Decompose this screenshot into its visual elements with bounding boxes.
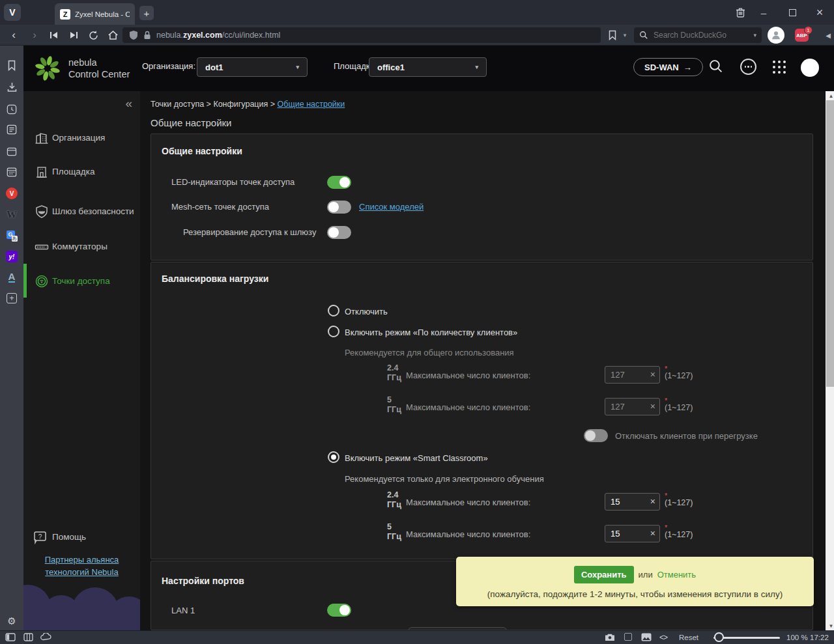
lan1-toggle[interactable]	[327, 604, 351, 617]
clear-input-icon[interactable]: ×	[650, 369, 655, 380]
close-button[interactable]: ×	[811, 5, 829, 20]
partners-link[interactable]: Партнеры альянсатехнологий Nebula	[23, 553, 140, 578]
by-client-count-radio-label[interactable]: Включить режим «По количеству клиентов»	[345, 328, 517, 337]
site-a-web-panel-button[interactable]: A	[5, 270, 19, 285]
page-scrollbar[interactable]: ▲ ▼	[826, 91, 834, 630]
search-input[interactable]	[652, 30, 749, 40]
capture-page-button[interactable]	[605, 633, 615, 641]
wait-note: (пожалуйста, подождите 1-2 минуты, чтобы…	[456, 589, 814, 599]
disable-radio[interactable]	[328, 305, 339, 316]
scroll-up-arrow[interactable]: ▲	[826, 91, 834, 100]
sidebar-item-switches[interactable]: Коммутаторы	[23, 238, 140, 255]
trash-closed-tabs-button[interactable]	[731, 5, 749, 20]
header-search-button[interactable]	[708, 59, 723, 74]
sidebar-collapse-button[interactable]: «	[125, 96, 132, 111]
nebula-logo-icon	[34, 55, 61, 82]
bookmark-button[interactable]	[604, 27, 621, 44]
back-button[interactable]: ‹	[5, 27, 22, 44]
gateway-failover-toggle[interactable]	[327, 226, 351, 239]
load-balancing-panel: Балансировка нагрузки Отключить Включить…	[151, 262, 813, 559]
search-engine-icon[interactable]	[639, 31, 648, 40]
sync-status-button[interactable]	[40, 633, 52, 641]
breadcrumb-general-settings-link[interactable]: Общие настройки	[278, 100, 345, 109]
led-indicators-toggle[interactable]	[327, 176, 351, 189]
image-icon	[641, 633, 652, 641]
sidebar-item-site[interactable]: Площадка	[23, 163, 140, 180]
more-options-button[interactable]	[740, 59, 756, 75]
reader-view-button[interactable]	[624, 633, 632, 641]
maximize-icon	[789, 9, 796, 16]
smart-classroom-radio[interactable]	[328, 451, 339, 463]
smart-classroom-radio-label[interactable]: Включить режим «Smart Classroom»	[345, 453, 488, 463]
sidebar-help[interactable]: ? Помощь	[23, 529, 140, 546]
sidebar-item-organization[interactable]: Организация	[23, 130, 140, 147]
breadcrumb-access-points[interactable]: Точки доступа	[151, 100, 204, 109]
disable-radio-label[interactable]: Отключить	[345, 307, 388, 316]
reload-button[interactable]	[85, 27, 102, 44]
mesh-network-toggle[interactable]	[327, 201, 351, 214]
home-button[interactable]	[104, 27, 121, 44]
url-field[interactable]: nebula.zyxel.com/cc/ui/index.html	[122, 27, 601, 43]
scrollbar-thumb[interactable]	[826, 100, 834, 387]
save-button[interactable]: Сохранить	[574, 566, 634, 583]
tab-zyxel-nebula[interactable]: Z Zyxel Nebula - Общие наст	[55, 3, 135, 25]
clear-input-icon[interactable]: ×	[650, 496, 655, 507]
max-clients-2-4-input[interactable]	[605, 367, 644, 383]
wikipedia-web-panel-button[interactable]: W	[5, 208, 19, 222]
downloads-panel-button[interactable]	[5, 80, 19, 94]
zoom-slider-knob[interactable]	[714, 632, 724, 642]
zoom-reset-button[interactable]: Reset	[679, 634, 698, 641]
model-list-link[interactable]: Список моделей	[359, 202, 424, 212]
scroll-down-arrow[interactable]: ▼	[826, 621, 834, 630]
disassociate-clients-toggle[interactable]	[584, 429, 608, 442]
search-dropdown-caret-icon[interactable]: ▾	[753, 32, 756, 38]
site-dropdown[interactable]: office1 ▾	[369, 57, 487, 77]
new-tab-button[interactable]: +	[139, 6, 154, 20]
forward-button[interactable]: ›	[26, 27, 43, 44]
settings-button[interactable]: ⚙	[5, 614, 19, 628]
bookmark-menu-caret[interactable]: ▾	[620, 27, 630, 44]
sdwan-button[interactable]: SD-WAN →	[633, 58, 703, 76]
user-avatar[interactable]	[801, 59, 819, 77]
apps-grid-button[interactable]	[773, 61, 786, 74]
breadcrumb-separator: >	[207, 100, 211, 109]
organization-dropdown[interactable]: dot1 ▾	[197, 57, 308, 77]
sidebar-item-security-gateway[interactable]: Шлюз безопасности	[23, 203, 140, 220]
max-clients-5-input[interactable]	[605, 399, 644, 415]
breadcrumb-configuration[interactable]: Конфигурация	[213, 100, 268, 109]
smart-max-clients-5-input[interactable]	[605, 525, 644, 542]
general-settings-panel: Общие настройки LED-индикаторы точек дос…	[151, 133, 813, 260]
translate-web-panel-button[interactable]: Gあ	[5, 229, 19, 243]
shield-icon	[34, 204, 50, 219]
sidebar-item-access-points[interactable]: Точки доступа	[23, 273, 140, 290]
smart-max-clients-2-4-input[interactable]	[605, 494, 644, 510]
vivaldi-web-panel-button[interactable]: V	[5, 186, 19, 201]
tiling-button[interactable]	[23, 633, 33, 641]
plus-icon: +	[7, 293, 17, 303]
history-panel-button[interactable]	[5, 102, 19, 117]
add-web-panel-button[interactable]: +	[5, 291, 19, 305]
bookmarks-panel-button[interactable]	[5, 58, 19, 72]
by-client-count-radio[interactable]	[328, 326, 339, 337]
yahoo-web-panel-button[interactable]: y!	[5, 249, 19, 264]
profile-button[interactable]	[768, 27, 784, 44]
by-client-count-hint: Рекомендуется для общего использования	[345, 348, 514, 357]
page-images-button[interactable]	[641, 633, 652, 641]
vivaldi-menu-button[interactable]: V	[4, 4, 21, 21]
rewind-button[interactable]	[46, 27, 63, 44]
gateway-failover-label: Резервирование доступа к шлюзу	[183, 227, 316, 237]
page-actions-button[interactable]: <>	[659, 633, 667, 642]
maximize-button[interactable]	[783, 5, 801, 20]
window-panel-button[interactable]	[5, 145, 19, 159]
cancel-link[interactable]: Отменить	[657, 570, 696, 580]
reading-list-panel-button[interactable]	[5, 122, 19, 137]
minimize-button[interactable]: –	[755, 5, 773, 20]
clear-input-icon[interactable]: ×	[650, 528, 655, 539]
fast-forward-button[interactable]	[65, 27, 82, 44]
bookmark-panel-icon	[7, 60, 16, 71]
clear-input-icon[interactable]: ×	[650, 401, 655, 412]
calendar-panel-button[interactable]	[5, 165, 19, 179]
panel-toggle-button[interactable]	[5, 633, 16, 641]
panel-collapse-arrow[interactable]: ◀	[820, 27, 834, 44]
lock-icon	[143, 31, 151, 40]
